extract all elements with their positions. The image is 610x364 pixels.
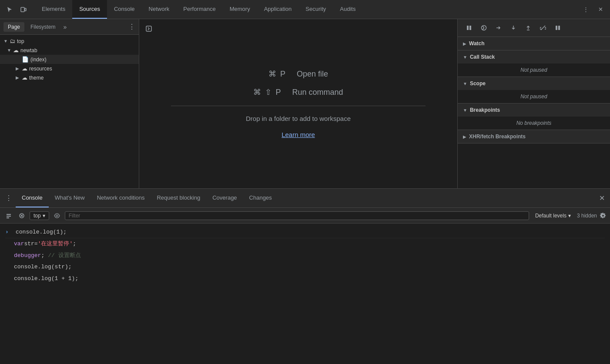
watch-arrow: ▶ [463, 41, 466, 46]
code-debugger-keyword: debugger [14, 251, 41, 260]
bottom-panel-close-icon[interactable]: ✕ [596, 190, 608, 206]
more-tools-icon[interactable]: ⋮ [580, 3, 592, 16]
console-prompt-1: › [5, 228, 12, 237]
left-panel: Page Filesystem » ⋮ ▼ 🗂 top ▼ ☁ [0, 19, 139, 188]
tree-item-resources[interactable]: ▶ ☁ resources [0, 64, 139, 73]
callstack-section: ▼ Call Stack Not paused [458, 50, 610, 77]
levels-selector[interactable]: Default levels ▾ [532, 212, 574, 220]
tree-item-index[interactable]: 📄 (index) [0, 55, 139, 64]
tree-arrow-theme: ▶ [16, 75, 20, 80]
tab-elements[interactable]: Elements [35, 0, 72, 19]
tab-network[interactable]: Network [142, 0, 177, 19]
close-devtools-icon[interactable]: ✕ [594, 3, 607, 16]
console-line-5: console.log(1 + 1); [5, 273, 605, 285]
pause-icon[interactable] [463, 22, 475, 34]
deactivate-breakpoints-icon[interactable] [537, 22, 549, 34]
tab-console[interactable]: Console [107, 0, 142, 19]
watch-header[interactable]: ▶ Watch [458, 37, 610, 50]
code-debugger-semi: ; [41, 251, 44, 260]
svg-rect-6 [556, 26, 557, 30]
svg-rect-3 [467, 26, 469, 30]
panel-back-button[interactable] [143, 23, 155, 35]
file-tree: ▼ 🗂 top ▼ ☁ newtab 📄 (index) [0, 35, 139, 188]
step-into-icon[interactable] [507, 22, 520, 34]
scope-section: ▼ Scope Not paused [458, 77, 610, 104]
open-file-label: Open file [297, 70, 328, 79]
code-line-1: console.log(1); [16, 228, 67, 237]
panel-chevron-icon[interactable]: » [63, 23, 67, 30]
svg-rect-10 [7, 217, 9, 218]
scope-content: Not paused [458, 90, 610, 103]
clear-console-icon[interactable] [17, 210, 27, 221]
step-out-icon[interactable] [522, 22, 534, 34]
svg-rect-1 [25, 8, 26, 11]
bottom-tab-coverage[interactable]: Coverage [206, 189, 243, 207]
tab-security[interactable]: Security [298, 0, 333, 19]
top-bar-left-icons [3, 3, 30, 16]
top-bar-right-icons: ⋮ ✕ [580, 3, 607, 16]
tree-item-theme[interactable]: ▶ ☁ theme [0, 73, 139, 82]
cloud-icon-theme: ☁ [22, 74, 27, 81]
bottom-tab-console[interactable]: Console [16, 189, 49, 207]
tree-item-top[interactable]: ▼ 🗂 top [0, 37, 139, 46]
drop-folder-text: Drop in a folder to add to workspace [246, 115, 351, 122]
watch-section: ▶ Watch [458, 37, 610, 50]
show-drawer-icon[interactable] [3, 210, 14, 221]
right-panel: ▶ Watch ▼ Call Stack Not paused ▼ Scope [458, 19, 610, 188]
device-icon[interactable] [17, 3, 30, 16]
filter-input[interactable] [65, 211, 529, 220]
console-line-1: › console.log(1); [5, 227, 605, 238]
svg-rect-7 [558, 26, 560, 30]
hidden-count: 3 hidden [577, 213, 597, 219]
code-log-str: console.log(str); [14, 263, 72, 272]
folder-icon: 🗂 [10, 38, 15, 44]
main-layout: Page Filesystem » ⋮ ▼ 🗂 top ▼ ☁ [0, 19, 610, 364]
code-log-add: console.log(1 + 1); [14, 274, 78, 284]
tree-item-newtab[interactable]: ▼ ☁ newtab [0, 46, 139, 55]
panel-menu-icon[interactable]: ⋮ [128, 23, 135, 31]
tab-page[interactable]: Page [3, 22, 24, 32]
code-var-semi: ; [73, 240, 76, 249]
code-var-string: '在这里暂停' [38, 240, 73, 249]
eye-icon[interactable] [52, 210, 62, 221]
resume-icon[interactable] [478, 22, 490, 34]
scope-arrow: ▼ [463, 81, 467, 86]
left-panel-tabs: Page Filesystem » ⋮ [0, 19, 139, 35]
cursor-icon[interactable] [3, 3, 16, 16]
run-command-shortcut: ⌘ ⇧ P [253, 87, 282, 97]
settings-icon[interactable] [600, 212, 607, 219]
bottom-tab-networkconditions[interactable]: Network conditions [91, 189, 151, 207]
code-var-op: = [34, 240, 38, 249]
cloud-icon-resources: ☁ [22, 65, 27, 72]
callstack-header[interactable]: ▼ Call Stack [458, 50, 610, 63]
tab-filesystem[interactable]: Filesystem [26, 22, 60, 32]
xhrfetch-header[interactable]: ▶ XHR/fetch Breakpoints [458, 130, 610, 143]
context-selector[interactable]: top ▾ [30, 211, 49, 220]
svg-rect-0 [21, 7, 24, 12]
separator [171, 106, 426, 106]
step-over-icon[interactable] [493, 22, 505, 34]
scope-header[interactable]: ▼ Scope [458, 77, 610, 90]
code-var-name: str [24, 240, 34, 249]
console-line-3: debugger ; // 设置断点 [5, 250, 605, 262]
svg-rect-4 [469, 26, 471, 30]
tab-sources[interactable]: Sources [72, 0, 107, 19]
tab-performance[interactable]: Performance [176, 0, 222, 19]
breakpoints-header[interactable]: ▼ Breakpoints [458, 104, 610, 117]
callstack-arrow: ▼ [463, 55, 467, 60]
bottom-tab-changes[interactable]: Changes [243, 189, 278, 207]
tab-application[interactable]: Application [257, 0, 299, 19]
tab-audits[interactable]: Audits [333, 0, 362, 19]
learn-more-link[interactable]: Learn more [282, 131, 315, 138]
open-file-shortcut: ⌘ P [268, 69, 286, 79]
tab-memory[interactable]: Memory [223, 0, 257, 19]
tree-arrow-newtab: ▼ [7, 48, 11, 53]
pause-on-exceptions-icon[interactable] [552, 22, 564, 34]
bottom-tab-requestblocking[interactable]: Request blocking [151, 189, 206, 207]
upper-section: Page Filesystem » ⋮ ▼ 🗂 top ▼ ☁ [0, 19, 610, 189]
svg-point-12 [56, 215, 58, 217]
top-tabs: Elements Sources Console Network Perform… [35, 0, 580, 19]
console-output: › console.log(1); var str = '在这里暂停' ; de… [0, 224, 610, 364]
bottom-tab-menu-icon[interactable]: ⋮ [2, 190, 16, 206]
bottom-tab-whatsnew[interactable]: What's New [49, 189, 91, 207]
